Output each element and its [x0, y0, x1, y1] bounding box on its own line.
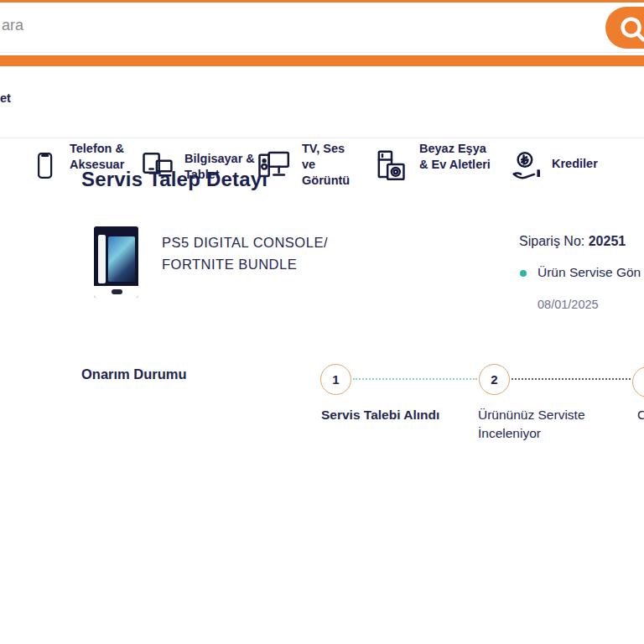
search-input-top-border [0, 0, 644, 3]
stepper-connector-2-3 [512, 378, 631, 380]
nav-item-label: TV, Ses ve Görüntü [302, 141, 357, 189]
step-1-label: Servis Talebi Alındı [321, 406, 439, 424]
search-input-bottom-border [0, 52, 644, 53]
product-name-line1: PS5 DIGITAL CONSOLE/ [162, 231, 328, 253]
nav-item-label: Beyaz Eşya & Ev Aletleri [419, 141, 495, 173]
status-date: 08/01/2025 [538, 298, 599, 311]
order-number-label: Sipariş No: [519, 234, 584, 248]
product-controller-figure [112, 289, 122, 294]
step-2-label: Ürününüz Serviste İnceleniyor [478, 406, 595, 443]
order-number-value: 20251 [589, 234, 626, 248]
order-number-line: Sipariş No: 20251 [519, 234, 626, 249]
header-divider-band [0, 55, 644, 66]
page-title: Servis Talep Detayı [81, 168, 267, 191]
stepper-connector-1-2 [353, 378, 477, 380]
product-name-line2: FORTNITE BUNDLE [162, 253, 328, 275]
page-viewport: ara et Telefon & Aksesuar [0, 0, 644, 644]
step-2-number: 2 [491, 372, 497, 387]
nav-item-label: Krediler [552, 156, 619, 172]
step-3-circle: 3 [632, 366, 644, 397]
product-box-art [108, 236, 135, 282]
status-text: Ürün Servise Gön [538, 265, 641, 280]
product-image[interactable] [94, 226, 138, 298]
product-console-figure [98, 235, 106, 283]
search-input[interactable]: ara [2, 17, 23, 34]
step-1-number: 1 [332, 372, 339, 387]
search-button[interactable] [605, 7, 644, 49]
product-name[interactable]: PS5 DIGITAL CONSOLE/ FORTNITE BUNDLE [162, 231, 328, 275]
step-3-label: C [637, 406, 644, 424]
step-2-circle: 2 [479, 364, 510, 395]
repair-status-label: Onarım Durumu [81, 366, 187, 382]
credit-icon [510, 150, 543, 185]
status-dot-icon [520, 270, 527, 277]
appliances-icon [376, 149, 408, 186]
nav-item-partial[interactable]: et [0, 91, 11, 106]
nav-item-partial-label: et [0, 91, 11, 106]
phone-icon [32, 149, 57, 186]
step-1-circle: 1 [320, 364, 351, 395]
category-nav: et Telefon & Aksesuar Bilgisayar & T [0, 66, 644, 138]
